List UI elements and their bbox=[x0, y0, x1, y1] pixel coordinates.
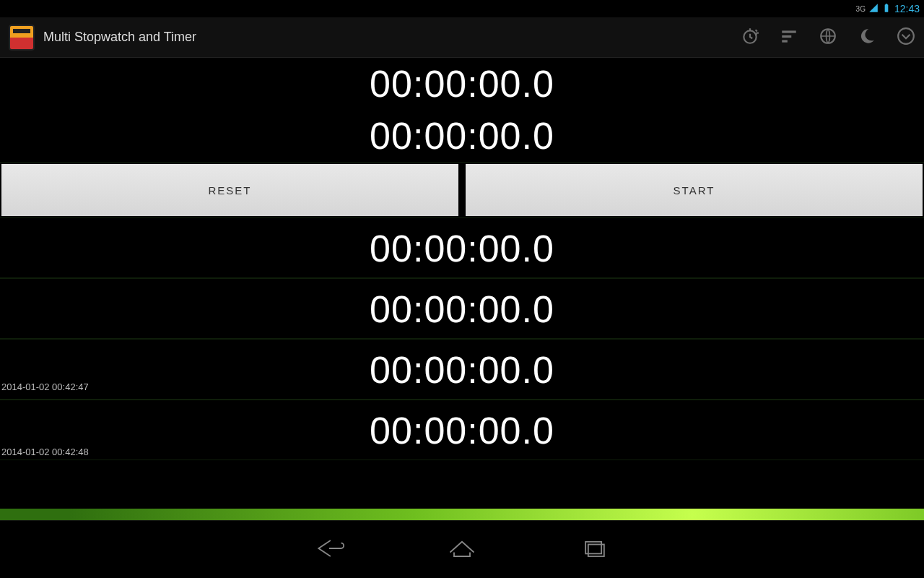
app-icon bbox=[9, 25, 35, 51]
timestamp-label: 2014-01-02 00:42:47 bbox=[1, 381, 89, 392]
start-button[interactable]: START bbox=[466, 164, 923, 216]
timer-row-4[interactable]: 00:00:00.0 bbox=[0, 339, 924, 400]
back-icon[interactable] bbox=[313, 535, 345, 564]
navigation-bar bbox=[0, 520, 924, 578]
timer-row-2[interactable]: 00:00:00.0 bbox=[0, 217, 924, 278]
time-display: 00:00:00.0 bbox=[0, 218, 924, 277]
add-stopwatch-icon[interactable] bbox=[741, 27, 759, 48]
reset-button[interactable]: RESET bbox=[1, 164, 458, 216]
action-icons bbox=[741, 27, 915, 48]
night-mode-icon[interactable] bbox=[858, 27, 876, 48]
sort-icon[interactable] bbox=[780, 27, 798, 48]
svg-point-5 bbox=[898, 28, 914, 44]
globe-icon[interactable] bbox=[819, 27, 837, 48]
timer-list: 00:00:00.0 00:00:00.0 RESET START 00:00:… bbox=[0, 58, 924, 520]
svg-rect-1 bbox=[782, 30, 796, 33]
status-bar: 3G 12:43 bbox=[0, 0, 924, 17]
app-title: Multi Stopwatch and Timer bbox=[43, 30, 732, 45]
signal-icon bbox=[868, 3, 879, 15]
time-display: 00:00:00.0 bbox=[0, 58, 924, 110]
time-display: 00:00:00.0 bbox=[0, 400, 924, 460]
button-row: RESET START bbox=[0, 163, 924, 217]
clock-label: 12:43 bbox=[894, 3, 920, 14]
timestamp-label: 2014-01-02 00:42:48 bbox=[1, 447, 89, 457]
time-display: 00:00:00.0 bbox=[0, 110, 924, 162]
network-type-label: 3G bbox=[856, 5, 866, 13]
battery-icon bbox=[881, 3, 892, 15]
action-bar: Multi Stopwatch and Timer bbox=[0, 17, 924, 58]
time-display: 00:00:00.0 bbox=[0, 340, 924, 399]
svg-rect-2 bbox=[782, 35, 791, 37]
timer-row-3[interactable]: 00:00:00.0 bbox=[0, 278, 924, 339]
time-display: 00:00:00.0 bbox=[0, 279, 924, 338]
timer-row-1[interactable]: 00:00:00.0 00:00:00.0 bbox=[0, 58, 924, 163]
home-icon[interactable] bbox=[446, 535, 478, 564]
overflow-menu-icon[interactable] bbox=[897, 27, 915, 48]
timer-row-5[interactable]: 00:00:00.0 bbox=[0, 400, 924, 460]
wallpaper-strip bbox=[0, 509, 924, 520]
svg-rect-3 bbox=[782, 40, 788, 42]
recent-apps-icon[interactable] bbox=[579, 535, 611, 564]
